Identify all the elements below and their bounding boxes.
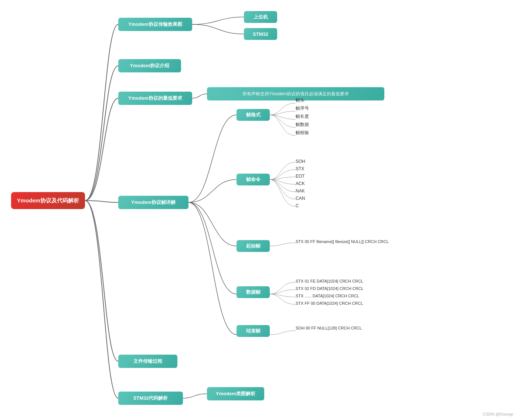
l2-effect-label-0: 上位机 [254,14,268,20]
l1-node-5: STM32代码解析 [118,392,183,405]
l2-frame-start: 起始帧 [237,240,270,252]
frame-cmd-text-6: C [296,203,299,208]
frame-end-text: SOH 00 FF NULL[128] CRCH CRCL [296,326,362,330]
mind-map-canvas: Ymodem协议及代码解析 Ymodem协议传输效果图 Ymodem协议介绍 Y… [0,0,517,420]
frame-format-text-1: 帧序号 [296,105,309,112]
frame-cmd-text-3: ACK [296,181,305,186]
l2-frame-end-label: 结束帧 [246,328,261,334]
l2-frame-end: 结束帧 [237,325,270,337]
frame-format-text-2: 帧长度 [296,113,309,120]
connector-lines [0,0,517,420]
frame-format-text-0: 帧头 [296,97,305,103]
l1-node-2: Ymodem协议的最低要求 [118,92,192,105]
frame-cmd-text-5: CAN [296,196,305,201]
l2-frame-data: 数据帧 [237,286,270,298]
l2-effect-1: STM32 [244,28,277,40]
frame-format-text-4: 帧校验 [296,130,309,136]
l1-label-5: STM32代码解析 [133,395,168,402]
l2-effect-label-1: STM32 [253,31,268,37]
l2-frame-data-label: 数据帧 [246,289,261,296]
l1-node-4: 文件传输过程 [118,355,177,368]
l2-frame-start-label: 起始帧 [246,243,261,249]
l2-frame-cmd: 帧命令 [237,174,270,185]
l2-frame-cmd-label: 帧命令 [246,176,261,183]
l2-stm32-label: Ymodem类图解析 [216,390,255,397]
frame-data-text-2: STX ...... DATA[1024] CRCH CRCL [296,294,359,298]
l1-node-3: Ymodem协议帧详解 [118,196,188,209]
l1-node-1: Ymodem协议介绍 [118,59,181,72]
frame-format-text-3: 帧数据 [296,122,309,128]
frame-start-text: STX 00 FF filename[] filesize[] NULL[] C… [296,239,389,244]
root-node: Ymodem协议及代码解析 [11,192,85,209]
frame-cmd-text-2: EOT [296,174,305,179]
watermark: CSDN @Kisorge [483,412,513,416]
frame-cmd-text-0: SOH [296,159,305,164]
l1-label-3: Ymodem协议帧详解 [131,199,176,206]
frame-cmd-text-1: STX [296,166,304,171]
l2-effect-0: 上位机 [244,11,277,23]
l2-stm32: Ymodem类图解析 [207,387,264,400]
l2-frame-format-label: 帧格式 [246,112,261,118]
frame-data-text-1: STX 02 FD DATA[1024] CRCH CRCL [296,286,364,291]
l1-label-4: 文件传输过程 [133,358,162,365]
l1-label-2: Ymodem协议的最低要求 [128,95,182,102]
l2-frame-format: 帧格式 [237,109,270,121]
root-label: Ymodem协议及代码解析 [17,197,79,204]
frame-data-text-0: STX 01 FE DATA[1024] CRCH CRCL [296,279,363,283]
l1-label-0: Ymodem协议传输效果图 [128,21,182,28]
l2-min-label: 所有声称支持Ymodem协议的项目必须满足的最低要求 [242,91,349,97]
l1-label-1: Ymodem协议介绍 [130,62,170,69]
l1-node-0: Ymodem协议传输效果图 [118,18,192,31]
frame-cmd-text-4: NAK [296,188,305,194]
frame-data-text-3: STX FF 00 DATA[1024] CRCH CRCL [296,301,363,305]
